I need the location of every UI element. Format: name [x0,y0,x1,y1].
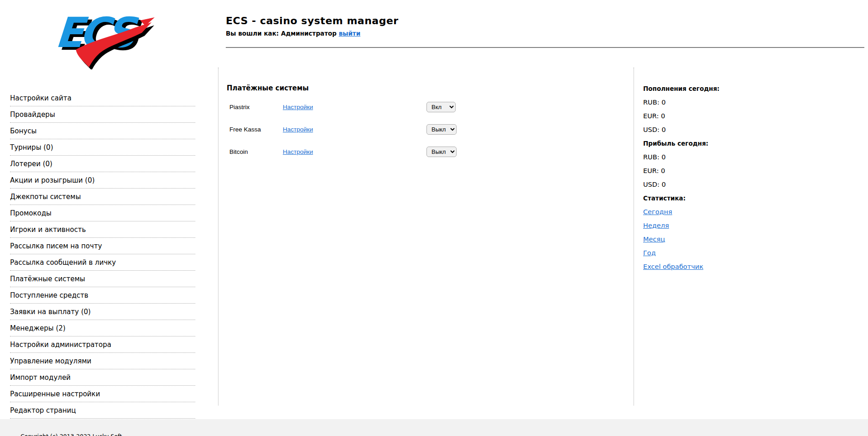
sidebar-item[interactable]: Расширенные настройки [10,386,195,402]
footer: Copyright (c) 2013-2022 Lucky Soft [0,419,868,436]
stats-period-link[interactable]: Месяц [643,236,665,243]
payment-name: Bitcoin [229,148,283,155]
sidebar-item[interactable]: Промокоды [10,205,195,221]
copyright-text: Copyright (c) 2013-2022 Lucky Soft [21,433,122,436]
sidebar-item[interactable]: Лотереи (0) [10,156,195,172]
sidebar-item[interactable]: Джекпоты системы [10,189,195,205]
payment-row: Free Kassa Настройки Выкл [229,118,631,141]
payment-name: Free Kassa [229,126,283,133]
login-status-text: Вы вошли как: Администратор [226,30,337,37]
payment-status-select[interactable]: Выкл [426,124,457,135]
sidebar-item[interactable]: Поступление средств [10,287,195,304]
sidebar-item[interactable]: Рассылка сообщений в личку [10,254,195,271]
payments-heading: Платёжные системы [227,84,309,92]
currency-total: EUR: 0 [643,167,780,174]
logout-link[interactable]: выйти [339,30,361,37]
currency-total: EUR: 0 [643,112,780,120]
sidebar-item[interactable]: Редактор страниц [10,402,195,419]
currency-total: USD: 0 [643,181,780,188]
sidebar-item[interactable]: Платёжные системы [10,271,195,287]
sidebar-item[interactable]: Акции и розыгрыши (0) [10,172,195,189]
payment-status-select[interactable]: Выкл [426,147,457,157]
page-title: ECS - casino system manager [226,15,399,26]
sidebar-item[interactable]: Менеджеры (2) [10,320,195,336]
ecs-logo-icon: ECS ECS [54,5,155,69]
sidebar-item[interactable]: Настройки администратора [10,336,195,353]
sidebar-item[interactable]: Управление модулями [10,353,195,369]
payment-name: Piastrix [229,104,283,110]
deposits-list: RUB: 0 EUR: 0 USD: 0 [643,99,780,133]
profit-list: RUB: 0 EUR: 0 USD: 0 [643,153,780,188]
stats-period-link[interactable]: Excel обработчик [643,263,703,270]
stats-period-link[interactable]: Неделя [643,222,669,229]
payment-row: Bitcoin Настройки Выкл [229,141,631,163]
sidebar-main-divider [218,68,218,405]
header: ECS - casino system manager Вы вошли как… [226,15,399,37]
profit-heading: Прибыль сегодня: [643,140,780,147]
deposits-heading: Пополнения сегодня: [643,85,780,92]
currency-total: RUB: 0 [643,99,780,106]
payment-settings-link[interactable]: Настройки [283,148,313,155]
sidebar-item[interactable]: Настройки сайта [10,90,195,106]
currency-total: USD: 0 [643,126,780,133]
sidebar-item[interactable]: Игроки и активность [10,221,195,238]
stats-period-link[interactable]: Сегодня [643,208,672,215]
sidebar-item[interactable]: Бонусы [10,123,195,139]
payment-settings-link[interactable]: Настройки [283,126,313,133]
stats-panel: Пополнения сегодня: RUB: 0 EUR: 0 USD: 0… [643,85,780,277]
sidebar-item[interactable]: Провайдеры [10,106,195,123]
main-right-divider [634,68,634,405]
payments-list: Piastrix Настройки Вкл Free Kassa Настро… [229,96,631,163]
login-status: Вы вошли как: Администратор выйти [226,30,399,37]
sidebar-item[interactable]: Рассылка писем на почту [10,238,195,254]
sidebar-item[interactable]: Импорт модулей [10,369,195,386]
payment-row: Piastrix Настройки Вкл [229,96,631,118]
stats-period-link[interactable]: Год [643,249,656,257]
stats-heading: Статистика: [643,194,780,202]
sidebar-item[interactable]: Заявки на выплату (0) [10,304,195,320]
currency-total: RUB: 0 [643,153,780,161]
sidebar-item[interactable]: Турниры (0) [10,139,195,156]
stats-links: Сегодня Неделя Месяц Год Excel обработчи… [643,208,780,270]
payment-status-select[interactable]: Вкл [426,102,456,112]
header-divider [226,47,864,48]
payment-settings-link[interactable]: Настройки [283,104,313,110]
admin-page: ECS ECS ECS - casino system manager Вы в… [0,0,868,436]
sidebar-menu: Настройки сайта Провайдеры Бонусы Турнир… [10,90,195,435]
